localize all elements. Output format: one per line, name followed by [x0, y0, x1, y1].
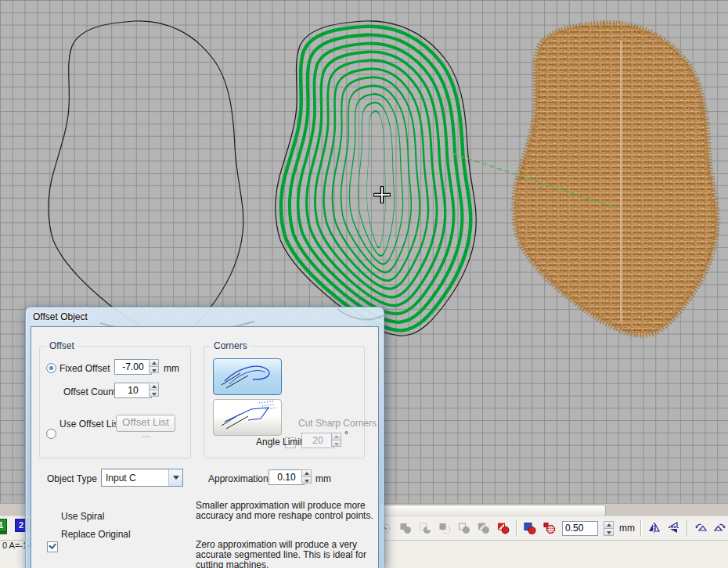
sharp-corners-icon — [214, 400, 279, 433]
dialog-body: Offset Fixed Offset mm Offset Count Use … — [31, 326, 379, 568]
corners-group-label: Corners — [211, 340, 250, 351]
round-corners-button[interactable] — [213, 358, 282, 395]
offset-list-button[interactable]: Offset List ... — [116, 415, 175, 432]
application-window: { "canvas": { "background": "#b4b4b4", "… — [0, 0, 728, 568]
offset-count-stepper[interactable] — [149, 383, 159, 397]
toolbar-separator — [687, 520, 688, 536]
fixed-offset-input[interactable] — [114, 359, 152, 375]
toolbar-separator — [640, 520, 642, 536]
angle-limit-unit-label: ° — [344, 430, 348, 440]
approximation-note-zero: Zero approximation will produce a very a… — [196, 540, 379, 568]
cut-sharp-corners-label: Cut Sharp Corners — [298, 418, 377, 429]
remove-overlaps-icon[interactable] — [496, 521, 510, 535]
front-minus-back-icon[interactable] — [477, 521, 491, 535]
object-type-dropdown[interactable]: Input C — [101, 469, 183, 487]
approximation-input[interactable] — [268, 469, 305, 485]
toolbar-separator — [516, 520, 517, 536]
back-minus-front-icon[interactable] — [457, 521, 471, 535]
palette-selected-underline — [0, 532, 7, 534]
offset-group-label: Offset — [46, 340, 77, 351]
fixed-offset-stepper[interactable] — [149, 359, 159, 373]
weld-solid-icon[interactable] — [398, 521, 413, 535]
palette-swatch-1[interactable]: 1 — [0, 519, 7, 532]
rotate-ccw-icon[interactable] — [694, 521, 708, 535]
outline-width-stepper[interactable] — [604, 521, 614, 536]
pattern-fill-icon[interactable] — [542, 521, 557, 535]
crosshair-cursor — [373, 186, 391, 203]
trim-icon[interactable] — [418, 521, 432, 535]
fixed-offset-radio[interactable] — [46, 363, 56, 373]
use-spiral-checkbox[interactable] — [47, 541, 58, 552]
rotate-cw-icon[interactable] — [713, 521, 727, 535]
design-offset-spiral-shape[interactable] — [276, 21, 476, 336]
angle-limit-stepper[interactable] — [331, 433, 341, 447]
use-spiral-label: Use Spiral — [61, 511, 104, 522]
mirror-horizontal-icon[interactable] — [667, 521, 681, 535]
round-corners-icon — [214, 359, 279, 393]
object-type-label: Object Type — [47, 473, 97, 484]
approximation-unit-label: mm — [315, 473, 331, 484]
offset-count-label: Offset Count — [63, 386, 116, 397]
use-offset-list-label: Use Offset List — [59, 419, 121, 430]
angle-limit-label: Angle Limit — [256, 437, 302, 448]
design-outline-shape[interactable] — [49, 21, 243, 336]
offset-object-dialog: Offset Object Offset Fixed Offset mm Off… — [25, 307, 384, 568]
approximation-note-smaller: Smaller approximation will produce more … — [196, 501, 379, 521]
chevron-down-icon — [168, 469, 182, 486]
dialog-title[interactable]: Offset Object — [33, 310, 88, 324]
angle-limit-input[interactable] — [301, 433, 334, 448]
outline-width-unit-label: mm — [619, 523, 635, 534]
fixed-offset-label: Fixed Offset — [59, 363, 110, 374]
object-type-value: Input C — [102, 473, 168, 484]
fill-color-icon[interactable] — [523, 521, 537, 535]
approximation-stepper[interactable] — [301, 469, 312, 484]
offset-count-input[interactable] — [114, 383, 152, 398]
intersect-icon[interactable] — [438, 521, 452, 535]
use-offset-list-radio[interactable] — [46, 429, 56, 439]
horizontal-scrollbar-thumb[interactable] — [380, 505, 606, 516]
offset-spiral-rings — [281, 27, 470, 331]
replace-original-label: Replace Original — [61, 529, 131, 540]
fixed-offset-unit-label: mm — [164, 363, 179, 374]
sharp-corners-button[interactable] — [213, 399, 282, 436]
design-stitched-shape[interactable] — [514, 23, 717, 335]
approximation-label: Approximation — [208, 473, 268, 484]
outline-width-input[interactable] — [562, 521, 598, 536]
mirror-vertical-icon[interactable] — [647, 521, 661, 535]
